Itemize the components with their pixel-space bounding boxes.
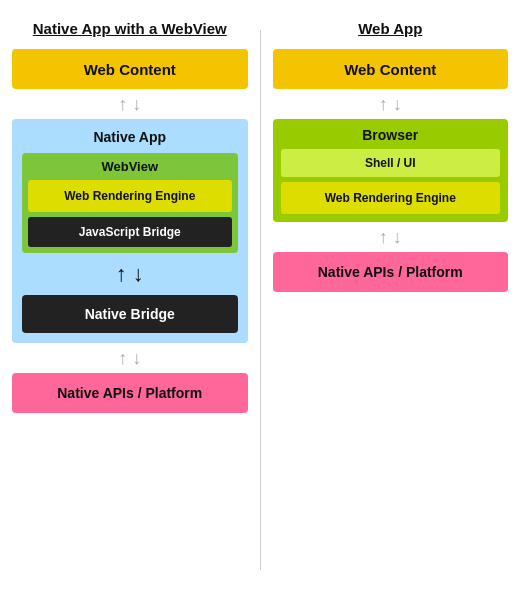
js-bridge: JavaScript Bridge (28, 217, 232, 247)
left-big-arrow: ↑ ↓ (116, 261, 144, 287)
right-web-content: Web Content (273, 49, 509, 89)
shell-ui: Shell / UI (281, 149, 501, 177)
main-layout: Native App with a WebView Web Content ↑ … (0, 0, 520, 600)
webview-label: WebView (101, 159, 158, 174)
left-arrow-2: ↑ ↓ (118, 349, 141, 367)
native-app-container: Native App WebView Web Rendering Engine … (12, 119, 248, 343)
native-bridge: Native Bridge (22, 295, 238, 333)
right-arrow-1: ↑ ↓ (379, 95, 402, 113)
right-web-rendering-engine: Web Rendering Engine (281, 182, 501, 214)
webview-box: WebView Web Rendering Engine JavaScript … (22, 153, 238, 253)
browser-container: Browser Shell / UI Web Rendering Engine (273, 119, 509, 222)
left-web-content: Web Content (12, 49, 248, 89)
browser-label: Browser (362, 127, 418, 143)
left-title: Native App with a WebView (33, 20, 227, 37)
native-app-label: Native App (93, 129, 166, 145)
left-column: Native App with a WebView Web Content ↑ … (0, 10, 260, 590)
right-column: Web App Web Content ↑ ↓ Browser Shell / … (261, 10, 521, 590)
left-native-apis: Native APIs / Platform (12, 373, 248, 413)
right-title: Web App (358, 20, 422, 37)
right-native-apis: Native APIs / Platform (273, 252, 509, 292)
left-arrow-1: ↑ ↓ (118, 95, 141, 113)
left-web-rendering-engine: Web Rendering Engine (28, 180, 232, 212)
right-arrow-2: ↑ ↓ (379, 228, 402, 246)
